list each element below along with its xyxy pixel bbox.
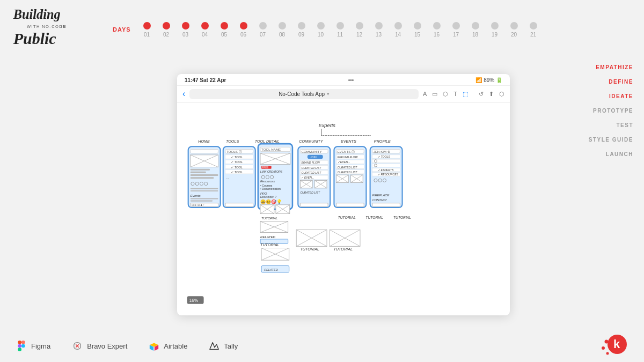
svg-text:Public: Public [13, 29, 56, 47]
day-item-16[interactable]: 16 [427, 22, 447, 38]
svg-text:LINK CREATORS: LINK CREATORS [260, 169, 283, 173]
url-chevron: ▾ [327, 91, 330, 97]
day-item-09[interactable]: 09 [292, 22, 311, 38]
svg-text:TUTORIAL: TUTORIAL [260, 242, 280, 247]
day-item-15[interactable]: 15 [408, 22, 427, 38]
svg-text:Events: Events [191, 194, 201, 197]
svg-rect-154 [18, 341, 21, 344]
ipad-status-bar: 11:47 Sat 22 Apr ••• 📶 89% 🔋 [177, 74, 510, 86]
svg-text:JOIN: JOIN [310, 156, 317, 159]
day-num-15: 15 [414, 32, 420, 38]
day-dot-05 [221, 22, 228, 29]
icon-calendar[interactable]: ▭ [432, 91, 437, 98]
url-bar[interactable]: No-Code Tools App ▾ [189, 89, 419, 99]
day-dot-03 [182, 22, 189, 29]
sidebar-step-prototype[interactable]: PROTOTYPE [593, 108, 633, 114]
icon-a[interactable]: A [423, 91, 427, 98]
day-item-03[interactable]: 03 [176, 22, 195, 38]
svg-text:16%: 16% [189, 298, 199, 302]
svg-rect-156 [18, 344, 21, 348]
day-item-05[interactable]: 05 [215, 22, 234, 38]
sidebar-step-test[interactable]: TEST [616, 122, 633, 128]
airtable-label: Airtable [164, 342, 187, 350]
svg-text:TUTORIAL: TUTORIAL [338, 215, 356, 219]
day-item-10[interactable]: 10 [311, 22, 331, 38]
svg-text:CURATED LIST: CURATED LIST [338, 170, 358, 173]
day-item-21[interactable]: 21 [524, 22, 543, 38]
svg-rect-157 [18, 348, 21, 351]
day-item-06[interactable]: 06 [234, 22, 253, 38]
footer: Figma Bravo Expert Airtable Tall [0, 330, 644, 362]
svg-text:TOOL NAME: TOOL NAME [261, 147, 281, 151]
svg-rect-20 [191, 171, 206, 173]
svg-text:TUTORIAL: TUTORIAL [333, 246, 353, 251]
day-item-18[interactable]: 18 [466, 22, 485, 38]
svg-rect-46 [225, 203, 253, 206]
icon-image[interactable]: ⬚ [463, 91, 468, 98]
svg-rect-19 [191, 168, 210, 170]
day-dot-07 [259, 22, 267, 29]
sidebar-step-style-guide[interactable]: STYLE GUIDE [589, 137, 633, 143]
svg-text:PRO: PRO [260, 192, 267, 195]
svg-text:• Courses: • Courses [260, 183, 273, 187]
status-time: 11:47 Sat 22 Apr [185, 77, 226, 83]
svg-text:...: ... [226, 176, 229, 179]
day-item-13[interactable]: 13 [369, 22, 389, 38]
ipad-browser-bar[interactable]: ‹ No-Code Tools App ▾ A ▭ ⬡ T ⬚ ↺ ⬆ ⬡ [177, 86, 510, 103]
bravo-icon [72, 341, 83, 351]
day-item-01[interactable]: 01 [137, 22, 157, 38]
sidebar-step-define[interactable]: DEFINE [609, 79, 633, 85]
icon-text[interactable]: T [453, 91, 457, 98]
day-num-07: 07 [260, 32, 266, 38]
days-tracker: DAYS 01020304050607080910111213141516171… [113, 22, 543, 38]
svg-text:😀😊🎯💡: 😀😊🎯💡 [260, 198, 282, 204]
day-item-02[interactable]: 02 [157, 22, 176, 38]
day-num-19: 19 [492, 32, 497, 38]
day-num-01: 01 [144, 32, 150, 38]
figma-icon [16, 341, 27, 351]
day-item-17[interactable]: 17 [447, 22, 466, 38]
days-label: DAYS [113, 26, 131, 33]
svg-text:REFUND FLOW: REFUND FLOW [338, 156, 358, 159]
svg-text:✓ EXPERTS: ✓ EXPERTS [378, 168, 394, 171]
day-item-19[interactable]: 19 [485, 22, 504, 38]
svg-text:RELATED: RELATED [260, 234, 276, 238]
day-num-09: 09 [298, 32, 304, 38]
day-item-14[interactable]: 14 [389, 22, 408, 38]
day-dot-08 [279, 22, 286, 29]
svg-text:✓ EVEN...: ✓ EVEN... [301, 176, 314, 179]
icon-share[interactable]: ⬡ [443, 91, 448, 98]
svg-text:COMMUNITY: COMMUNITY [299, 139, 324, 144]
icon-refresh[interactable]: ↺ [479, 91, 484, 98]
tally-icon [209, 341, 219, 351]
svg-text:PROFILE: PROFILE [374, 139, 391, 144]
icon-bookmark[interactable]: ⬆ [489, 91, 494, 98]
day-item-08[interactable]: 08 [273, 22, 292, 38]
svg-text:k: k [613, 337, 620, 351]
svg-text:Resources: Resources [260, 180, 275, 183]
svg-text:Building: Building [13, 7, 61, 21]
day-item-04[interactable]: 04 [195, 22, 215, 38]
day-item-07[interactable]: 07 [253, 22, 273, 38]
day-num-20: 20 [511, 32, 517, 38]
svg-text:Experts: Experts [319, 123, 336, 128]
svg-text:TUTORIAL: TUTORIAL [393, 215, 411, 219]
sidebar-step-ideate[interactable]: IDEATE [609, 93, 633, 99]
tally-label: Tally [224, 342, 238, 350]
icon-newwindow[interactable]: ⬡ [499, 91, 504, 98]
back-button[interactable]: ‹ [182, 89, 185, 99]
browser-icons: A ▭ ⬡ T ⬚ ↺ ⬆ ⬡ [423, 91, 504, 98]
day-item-11[interactable]: 11 [331, 22, 350, 38]
day-num-11: 11 [337, 32, 343, 38]
day-item-20[interactable]: 20 [504, 22, 524, 38]
svg-text:JEN KIM ⚙: JEN KIM ⚙ [374, 149, 390, 153]
day-item-12[interactable]: 12 [350, 22, 369, 38]
svg-text:FIREPLACE: FIREPLACE [372, 194, 390, 197]
day-dot-13 [375, 22, 383, 29]
svg-text:EVENTS ⓘ: EVENTS ⓘ [338, 149, 355, 153]
sidebar-step-launch[interactable]: LAUNCH [606, 151, 633, 157]
day-num-03: 03 [182, 32, 188, 38]
sidebar-step-empathize[interactable]: EMPATHIZE [596, 64, 633, 70]
days-dots: 0102030405060708091011121314151617181920… [137, 22, 543, 38]
day-num-04: 04 [202, 32, 208, 38]
